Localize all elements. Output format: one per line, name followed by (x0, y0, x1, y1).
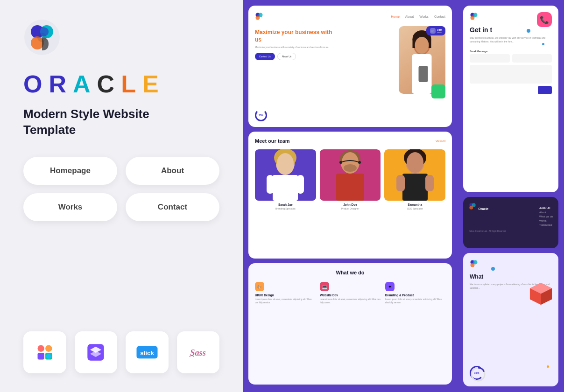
contact-dot-small (542, 43, 544, 45)
email-field[interactable] (512, 54, 552, 63)
service-uiux: 🎨 UI/UX Design Lorem ipsum dolor sit ame… (255, 282, 315, 305)
footer-link-about[interactable]: About (539, 211, 553, 214)
hero-nav-about: About (405, 15, 414, 18)
samantha-photo (384, 149, 445, 201)
uiux-name: UI/UX Design (255, 294, 315, 297)
message-field[interactable] (470, 65, 552, 84)
member-samantha: Samantha SEO Specialist (384, 149, 445, 210)
hero-headline: Maximize your business with us (255, 29, 390, 43)
branding-name: Branding & Product (385, 294, 445, 297)
svg-point-28 (277, 153, 294, 174)
slick-icon-box: slick (126, 331, 169, 373)
hero-badge-icon: 🛒 (430, 28, 436, 34)
svg-point-35 (344, 164, 357, 172)
team-preview-card: Meet our team View All (248, 132, 452, 259)
svg-rect-36 (336, 174, 364, 201)
brand-logo-icon (23, 19, 61, 56)
member-john: John Doe Product Designer (320, 149, 381, 210)
hero-text-area: Maximize your business with us Maximize … (255, 26, 390, 60)
svg-rect-44 (396, 175, 405, 191)
sarah-name: Sarah Jae (255, 203, 316, 206)
john-name: John Doe (320, 203, 381, 206)
team-header: Meet our team View All (255, 138, 445, 144)
footer-link-testimonial[interactable]: Testimonial (539, 224, 553, 226)
works-orange-dot (547, 365, 549, 368)
branding-icon: ✦ (385, 282, 395, 291)
works-blue-dot (491, 267, 495, 271)
hero-nav-logo-icon (255, 12, 263, 21)
about-button[interactable]: About (126, 157, 219, 185)
homepage-button[interactable]: Homepage (23, 157, 117, 185)
middle-panel: Home About Works Contact Maximize your b… (243, 0, 458, 392)
hero-content: Maximize your business with us Maximize … (255, 26, 445, 98)
webdev-desc: Lorem ipsum dolor sit amet, consectetur … (320, 298, 380, 305)
svg-rect-7 (37, 353, 44, 359)
hero-subtext: Maximize your business with a variety of… (255, 46, 390, 49)
send-message-label: Send Message (470, 50, 552, 53)
contact-subtitle: Stay connected with us, we will help you… (470, 36, 552, 43)
brand-name: O R A C L E (23, 70, 219, 98)
svg-rect-6 (45, 345, 52, 352)
hero-nav-links: Home About Works Contact (391, 15, 445, 18)
layers-icon-box (75, 331, 118, 373)
svg-rect-45 (425, 175, 434, 191)
hero-preview-card: Home About Works Contact Maximize your b… (248, 6, 452, 127)
hero-badge: 🛒 340 Sales (426, 26, 445, 35)
svg-rect-31 (297, 175, 304, 194)
team-title: Meet our team (255, 138, 290, 144)
hero-nav: Home About Works Contact (255, 12, 445, 21)
works-logo-icon (470, 259, 478, 268)
svg-text:slick: slick (140, 350, 154, 357)
contact-button[interactable]: Contact (126, 193, 219, 221)
works-progress-circle: 19% (470, 366, 484, 380)
hero-about-btn[interactable]: About Us (277, 53, 296, 60)
svg-point-48 (471, 16, 475, 20)
webdev-icon: 💻 (320, 282, 329, 291)
footer-link-whatwedo[interactable]: What we do (539, 215, 553, 218)
svg-rect-43 (402, 174, 428, 201)
service-webdev: 💻 Website Dev Lorem ipsum dolor sit amet… (320, 282, 380, 305)
view-all-link[interactable]: View All (436, 140, 445, 142)
svg-rect-5 (37, 345, 44, 352)
john-photo (320, 149, 381, 201)
svg-rect-30 (267, 175, 274, 194)
svg-point-18 (256, 16, 260, 20)
contact-phone-icon: 📞 (537, 12, 552, 27)
hero-buttons: Contact Us About Us (255, 53, 390, 60)
services-preview-card: What we do 🎨 UI/UX Design Lorem ipsum do… (248, 263, 452, 385)
footer-link-works[interactable]: Works (539, 219, 553, 222)
services-title: What we do (255, 270, 445, 275)
svg-rect-29 (273, 175, 298, 201)
hero-nav-home: Home (391, 15, 400, 18)
tech-icons-row: slick Sass (23, 331, 219, 373)
footer-about-title: ABOUT (539, 206, 551, 210)
right-panel: 📞 Get in t Stay connected with us, we wi… (458, 0, 564, 392)
svg-point-42 (407, 152, 423, 173)
name-field[interactable] (470, 54, 510, 63)
form-submit-button[interactable] (538, 86, 552, 94)
hero-person-bg (399, 26, 445, 94)
john-role: Product Designer (320, 207, 381, 210)
svg-point-9 (46, 354, 51, 359)
works-preview-card: What We have completed many projects fro… (463, 253, 558, 386)
layers-icon (86, 343, 106, 362)
samantha-role: SEO Specialist (384, 207, 445, 210)
footer-brand: Oracle (478, 207, 488, 210)
footer-header: Oracle ABOUT About What we do Works Test… (469, 203, 553, 226)
team-members-grid: Sarah Jae Branding Specialist (255, 149, 445, 210)
hero-person-figure (405, 28, 440, 94)
hero-progress-indicator: 75% (255, 109, 267, 121)
sass-icon-box: Sass (177, 331, 220, 373)
hero-green-shape (431, 84, 445, 98)
hero-contact-btn[interactable]: Contact Us (255, 53, 275, 60)
works-button[interactable]: Works (23, 193, 117, 221)
figma-icon-box (23, 331, 66, 373)
svg-point-54 (471, 263, 475, 267)
contact-dot-large (527, 29, 530, 33)
form-name-email-row (470, 54, 552, 63)
contact-title: Get in t (470, 26, 552, 34)
samantha-name: Samantha (384, 203, 445, 206)
footer-preview-card: Oracle ABOUT About What we do Works Test… (463, 197, 558, 248)
contact-form: Send Message (470, 50, 552, 94)
hero-nav-works: Works (419, 15, 429, 18)
